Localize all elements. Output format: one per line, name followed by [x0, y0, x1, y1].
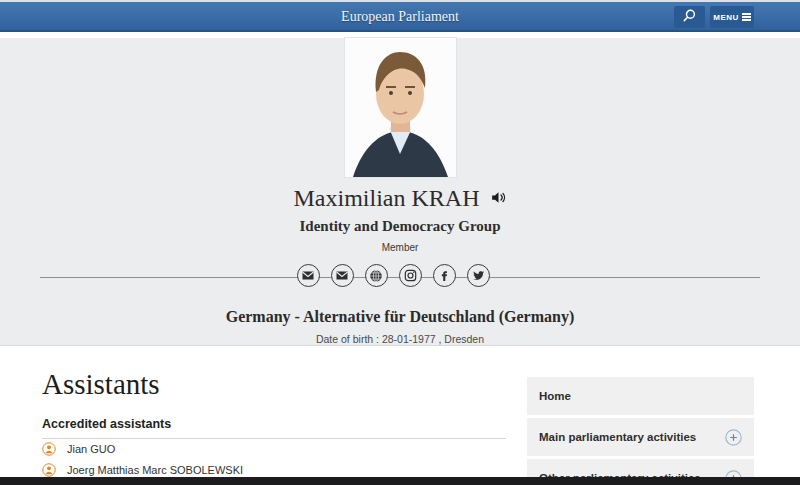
political-group: Identity and Democracy Group	[0, 218, 800, 235]
assistants-section: Assistants Accredited assistants Jian GU…	[42, 368, 506, 485]
section-rule	[42, 438, 506, 439]
hamburger-icon	[742, 12, 751, 23]
expand-plus-icon[interactable]	[725, 429, 742, 446]
instagram-icon[interactable]	[399, 264, 422, 287]
date-of-birth: Date of birth : 28-01-1977 , Dresden	[0, 333, 800, 345]
mep-profile-page: European Parliament MENU	[0, 0, 800, 485]
search-icon	[682, 8, 697, 26]
mep-portrait-photo	[345, 38, 456, 177]
sidebar-item-label: Main parliamentary activities	[539, 431, 696, 443]
assistant-row[interactable]: Joerg Matthias Marc SOBOLEWSKI	[42, 462, 506, 477]
content-area: Assistants Accredited assistants Jian GU…	[0, 346, 800, 485]
social-icons	[0, 264, 793, 287]
sidebar-item-main-parliamentary-activities[interactable]: Main parliamentary activities	[527, 418, 754, 456]
sidebar-item-home[interactable]: Home	[527, 377, 754, 415]
accredited-assistants-heading: Accredited assistants	[42, 417, 506, 431]
profile-nav-sidebar: HomeMain parliamentary activitiesOther p…	[527, 377, 754, 485]
member-role: Member	[0, 242, 800, 253]
profile-hero: Maximilian KRAH Identity and Democracy G…	[0, 38, 800, 346]
assistant-name: Jian GUO	[67, 443, 115, 455]
sidebar-item-label: Home	[539, 390, 571, 402]
search-button[interactable]	[674, 6, 705, 28]
speaker-icon[interactable]	[490, 189, 507, 210]
social-links-row	[0, 264, 800, 291]
assistant-row[interactable]: Jian GUO	[42, 441, 506, 456]
person-icon	[42, 442, 56, 456]
twitter-icon[interactable]	[467, 264, 490, 287]
header-buttons: MENU	[674, 6, 754, 28]
facebook-icon[interactable]	[433, 264, 456, 287]
viewport-crop-bar	[0, 477, 800, 485]
site-header: European Parliament MENU	[0, 2, 800, 32]
country-party: Germany - Alternative für Deutschland (G…	[0, 308, 800, 326]
assistant-name: Joerg Matthias Marc SOBOLEWSKI	[67, 464, 243, 476]
name-row: Maximilian KRAH	[0, 185, 800, 212]
mep-name: Maximilian KRAH	[294, 185, 480, 212]
globe-icon[interactable]	[365, 264, 388, 287]
envelope-icon[interactable]	[297, 264, 320, 287]
envelope-icon[interactable]	[331, 264, 354, 287]
menu-button-label: MENU	[713, 13, 739, 22]
menu-button[interactable]: MENU	[710, 6, 754, 28]
person-icon	[42, 463, 56, 477]
page-title: Assistants	[42, 368, 506, 401]
